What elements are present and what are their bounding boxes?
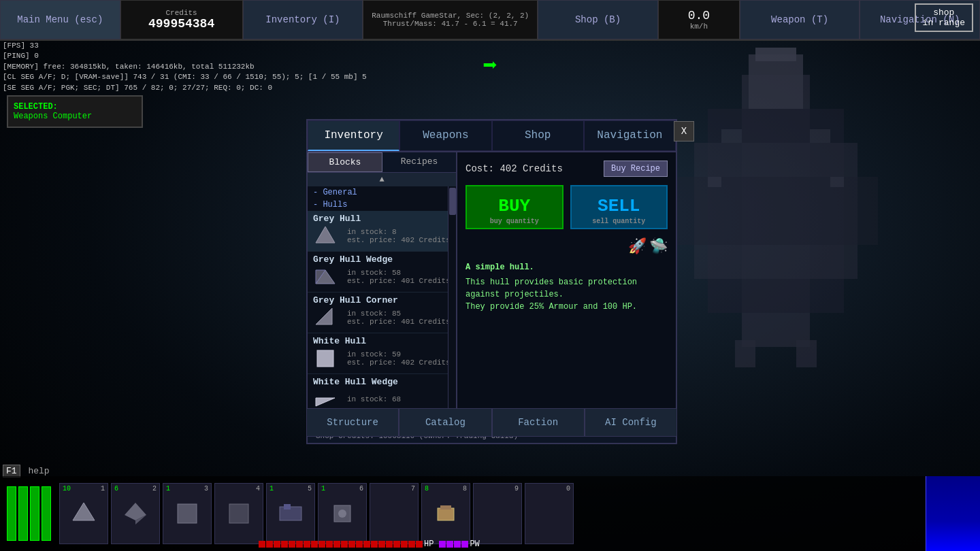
bottom-status-bars: HP PW	[259, 539, 480, 549]
cost-text: Cost: 402 Credits	[466, 163, 563, 174]
tab-weapons[interactable]: Weapons	[399, 120, 491, 151]
svg-rect-8	[708, 177, 721, 187]
hotbar-slot-0[interactable]: 0	[525, 483, 574, 544]
pw-segment	[446, 541, 453, 548]
speed-unit: km/h	[690, 22, 708, 31]
hp-bar-group: HP	[259, 539, 434, 549]
hotbar-slot-3[interactable]: 3 1	[163, 483, 212, 544]
item-description: A simple hull. This hull provides basic …	[466, 261, 668, 313]
bottom-tab-catalog[interactable]: Catalog	[399, 408, 491, 437]
shop-range-indicator: shop in range	[915, 3, 973, 32]
hotbar-slot-8[interactable]: 8 8	[421, 483, 470, 544]
item-desc-title: A simple hull.	[466, 261, 668, 273]
hotbar-slot-5[interactable]: 5 1	[266, 483, 315, 544]
ship-icon-1: 🚀	[628, 237, 647, 256]
selected-label: SELECTED:	[14, 102, 136, 112]
selected-panel: SELECTED: Weapons Computer	[7, 95, 143, 128]
svg-rect-10	[735, 340, 755, 367]
hp-bar	[259, 541, 423, 548]
f1-help: F1 help	[3, 466, 50, 476]
hotbar: 1 10 2 6 3 1 4 5 1 6 1 7 8 8 9 0	[0, 476, 980, 551]
hp-segment	[386, 541, 393, 548]
hp-segment	[333, 541, 340, 548]
scrollbar[interactable]	[448, 186, 456, 415]
sub-tab-recipes[interactable]: Recipes	[382, 152, 456, 172]
inventory-content: Blocks Recipes ▲ - General - Hulls Grey …	[308, 152, 676, 429]
hotbar-slot-1[interactable]: 1 10	[59, 483, 108, 544]
svg-marker-15	[316, 308, 332, 324]
scroll-thumb[interactable]	[449, 188, 456, 215]
item-desc-body: This hull provides basic protection agai…	[466, 276, 668, 313]
item-list: - General - Hulls Grey Hull in stock: 8 …	[308, 186, 456, 415]
space-ship	[640, 41, 912, 381]
shop-btn[interactable]: Shop (B)	[538, 0, 658, 39]
close-button[interactable]: X	[674, 121, 694, 141]
ship-info: Raumschiff GameStar, Sec: (2, 2, 2) Thru…	[363, 0, 538, 39]
hotbar-slot-9[interactable]: 9	[473, 483, 522, 544]
item-grey-hull-wedge[interactable]: Grey Hull Wedge in stock: 58 est. price:…	[308, 252, 456, 293]
credits-label: Credits	[165, 9, 197, 17]
item-list-wrapper: - General - Hulls Grey Hull in stock: 8 …	[308, 186, 456, 415]
hp-segment	[393, 541, 400, 548]
hp-segment	[281, 541, 288, 548]
buy-sell-area: BUY buy quantity SELL sell quantity	[466, 185, 668, 229]
sub-tabs: Blocks Recipes	[308, 152, 456, 173]
hp-segment	[341, 541, 348, 548]
pw-segment	[439, 541, 446, 548]
bottom-tab-structure[interactable]: Structure	[306, 408, 399, 437]
ship-icons: 🚀 🛸	[466, 237, 668, 256]
selected-value: Weapons Computer	[14, 112, 136, 121]
buy-recipe-button[interactable]: Buy Recipe	[604, 161, 668, 177]
hotbar-slot-4[interactable]: 4	[214, 483, 263, 544]
hp-segment	[408, 541, 415, 548]
bottom-tab-ai-config[interactable]: AI Config	[585, 408, 677, 437]
hp-segment	[326, 541, 333, 548]
main-tab-bar: Inventory Weapons Shop Navigation	[308, 120, 676, 152]
svg-marker-12	[316, 227, 335, 243]
hp-segment	[304, 541, 310, 548]
tab-navigation[interactable]: Navigation	[584, 120, 676, 151]
sub-tab-blocks[interactable]: Blocks	[308, 152, 382, 172]
green-bar-2	[18, 486, 28, 541]
item-white-hull[interactable]: White Hull in stock: 59 est. price: 402 …	[308, 333, 456, 374]
item-detail: Cost: 402 Credits Buy Recipe BUY buy qua…	[457, 152, 676, 429]
buy-button[interactable]: BUY buy quantity	[466, 185, 564, 229]
top-nav: Main Menu (esc) Credits 499954384 Invent…	[0, 0, 980, 41]
main-menu-btn[interactable]: Main Menu (esc)	[0, 0, 120, 39]
scroll-up-button[interactable]: ▲	[308, 173, 456, 186]
green-bar-3	[30, 486, 39, 541]
weapon-btn[interactable]: Weapon (T)	[740, 0, 860, 39]
svg-rect-7	[810, 129, 830, 143]
debug-info: [FPS] 33 [PING] 0 [MEMORY] free: 364815k…	[3, 41, 367, 93]
pw-segment	[461, 541, 468, 548]
credits-value: 499954384	[148, 17, 214, 31]
inventory-btn[interactable]: Inventory (I)	[243, 0, 363, 39]
hp-segment	[311, 541, 318, 548]
pw-bar-group: PW	[439, 539, 479, 549]
item-grey-hull-corner[interactable]: Grey Hull Corner in stock: 85 est. price…	[308, 293, 456, 333]
svg-rect-5	[755, 48, 796, 61]
hp-label: HP	[424, 539, 434, 549]
tab-inventory[interactable]: Inventory	[308, 120, 399, 151]
item-grey-hull[interactable]: Grey Hull in stock: 8 est. price: 402 Cr…	[308, 211, 456, 252]
svg-rect-21	[178, 504, 197, 523]
tab-shop[interactable]: Shop	[492, 120, 584, 151]
green-arrow: ➡	[483, 51, 497, 81]
svg-rect-27	[438, 508, 454, 520]
cost-bar: Cost: 402 Credits Buy Recipe	[466, 161, 668, 177]
speed-section: 0.0 km/h	[658, 0, 740, 39]
hotbar-slot-7[interactable]: 7	[370, 483, 419, 544]
sell-button[interactable]: SELL sell quantity	[570, 185, 668, 229]
hp-segment	[266, 541, 273, 548]
svg-rect-28	[440, 505, 451, 510]
bottom-tab-faction[interactable]: Faction	[492, 408, 585, 437]
hp-segment	[274, 541, 280, 548]
green-bar-4	[42, 486, 51, 541]
svg-rect-6	[721, 129, 742, 143]
hp-segment	[416, 541, 423, 548]
health-bars	[7, 486, 51, 541]
hotbar-slot-2[interactable]: 2 6	[111, 483, 160, 544]
svg-rect-22	[229, 504, 248, 523]
hp-segment	[401, 541, 408, 548]
hotbar-slot-6[interactable]: 6 1	[318, 483, 367, 544]
